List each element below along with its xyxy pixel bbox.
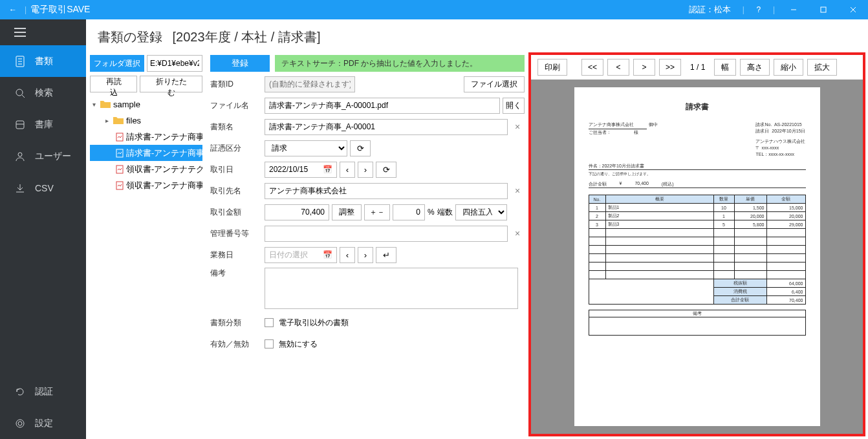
- label-remarks: 備考: [210, 268, 265, 279]
- label-partner: 取引先名: [210, 186, 265, 197]
- reload-date-button[interactable]: ⟳: [376, 162, 396, 178]
- menu-toggle[interactable]: [0, 19, 86, 45]
- plus-minus-button[interactable]: ＋－: [364, 204, 390, 220]
- file-select-button[interactable]: ファイル選択: [464, 76, 525, 92]
- form-panel: 登録 テキストサーチ：PDF から抽出した値を入力しました。 書類ID ファイル…: [206, 52, 528, 439]
- mgmt-no-input[interactable]: [265, 226, 508, 242]
- preview-body: 請求書 アンテナ商事株式会社 御中 ご担当者： 様 請求No. AS-20221…: [531, 80, 863, 434]
- auth-label: 認証：松本: [689, 4, 731, 16]
- doc-id-input: [265, 76, 355, 92]
- percent-label: %: [428, 208, 435, 217]
- preview-toolbar: 印刷 << < > >> 1 / 1 幅 高さ 縮小 拡大: [531, 55, 863, 80]
- date-next-button[interactable]: ›: [358, 162, 373, 178]
- rounding-select[interactable]: 四捨五入: [455, 204, 507, 220]
- work-date-input[interactable]: 日付の選択📅: [265, 247, 337, 263]
- next-page-button[interactable]: >: [633, 59, 655, 76]
- nav-documents[interactable]: 書類: [0, 45, 86, 77]
- open-button[interactable]: 開く: [503, 98, 525, 114]
- nav-settings[interactable]: 設定: [0, 407, 86, 439]
- svg-point-19: [16, 420, 24, 427]
- sidebar: 書類 検索 書庫 ユーザー CSV 認証 設定: [0, 19, 86, 439]
- svg-line-12: [22, 95, 25, 98]
- refresh-icon: [13, 387, 27, 397]
- doc-title: 請求書: [589, 102, 806, 112]
- nav-csv[interactable]: CSV: [0, 172, 86, 204]
- register-button[interactable]: 登録: [210, 55, 270, 72]
- invalid-checkbox[interactable]: [265, 339, 274, 348]
- nav-auth[interactable]: 認証: [0, 376, 86, 407]
- folder-select-button[interactable]: フォルダ選択: [90, 55, 144, 72]
- tree-file[interactable]: 請求書-アンテナ商事_A: [90, 145, 202, 161]
- partner-input[interactable]: [265, 183, 508, 199]
- adjust-button[interactable]: 調整: [332, 204, 362, 220]
- date-prev-button[interactable]: ‹: [340, 162, 355, 178]
- back-button[interactable]: ←: [5, 5, 21, 14]
- calendar-icon: 📅: [323, 250, 332, 259]
- search-icon: [13, 88, 27, 98]
- svg-point-15: [18, 153, 22, 156]
- percent-input[interactable]: [393, 204, 425, 220]
- tree-folder-root[interactable]: ▾ sample: [90, 96, 202, 112]
- date-prev-button[interactable]: ‹: [340, 247, 355, 263]
- zoom-in-button[interactable]: 拡大: [807, 59, 837, 76]
- folder-panel: フォルダ選択 再読込 折りたたむ ▾ sample ▸: [86, 52, 206, 439]
- maximize-button[interactable]: [808, 0, 838, 19]
- clear-icon[interactable]: ×: [510, 186, 525, 196]
- svg-point-11: [16, 89, 23, 96]
- doc-class-checkbox[interactable]: [265, 318, 274, 327]
- close-button[interactable]: [838, 0, 868, 19]
- tree-folder-child[interactable]: ▸ files: [90, 112, 202, 129]
- amount-input[interactable]: [265, 204, 329, 220]
- download-icon: [13, 183, 27, 193]
- tree-file[interactable]: 領収書-アンテナテクノロジ: [90, 161, 202, 177]
- label-doc-id: 書類ID: [210, 79, 265, 90]
- file-name-input[interactable]: [265, 98, 500, 114]
- round-label: 端数: [437, 207, 453, 218]
- trade-date-input[interactable]: 2022/10/15📅: [265, 162, 337, 178]
- fit-height-button[interactable]: 高さ: [740, 59, 770, 76]
- clear-icon[interactable]: ×: [510, 122, 525, 132]
- prev-page-button[interactable]: <: [607, 59, 629, 76]
- folder-path-input[interactable]: [147, 55, 202, 72]
- document-preview: 請求書 アンテナ商事株式会社 御中 ご担当者： 様 請求No. AS-20221…: [574, 87, 820, 426]
- help-button[interactable]: ?: [748, 5, 769, 14]
- invalid-checkbox-label: 無効にする: [279, 339, 318, 350]
- label-file-name: ファイル名: [210, 100, 265, 111]
- evidence-type-select[interactable]: 請求: [265, 140, 347, 156]
- label-trade-date: 取引日: [210, 164, 265, 175]
- remarks-textarea[interactable]: [265, 268, 518, 309]
- page-title: 書類の登録 [2023年度 / 本社 / 請求書]: [86, 19, 868, 52]
- collapse-button[interactable]: 折りたたむ: [140, 76, 202, 92]
- label-valid: 有効／無効: [210, 339, 265, 350]
- clear-icon[interactable]: ×: [510, 228, 525, 239]
- reload-button[interactable]: 再読込: [90, 76, 137, 92]
- doc-table: No. 概要 数量 単価 金額 1製品1101,50015,000 2製品212…: [589, 195, 806, 305]
- page-number: 1 / 1: [690, 63, 705, 72]
- nav-search[interactable]: 検索: [0, 77, 86, 109]
- tree-file[interactable]: 請求書-アンテナ商事2_A: [90, 129, 202, 145]
- label-mgmt-no: 管理番号等: [210, 228, 265, 239]
- fit-width-button[interactable]: 幅: [714, 59, 736, 76]
- nav-user[interactable]: ユーザー: [0, 140, 86, 172]
- last-page-button[interactable]: >>: [659, 59, 681, 76]
- titlebar: ← | 電子取引SAVE 認証：松本 | ? |: [0, 0, 868, 19]
- tree-file[interactable]: 領収書-アンテナ商事_A: [90, 177, 202, 193]
- date-next-button[interactable]: ›: [358, 247, 373, 263]
- label-evidence-type: 証憑区分: [210, 143, 265, 154]
- first-page-button[interactable]: <<: [581, 59, 603, 76]
- label-doc-name: 書類名: [210, 122, 265, 133]
- reload-evidence-button[interactable]: ⟳: [350, 140, 371, 156]
- preview-panel: 印刷 << < > >> 1 / 1 幅 高さ 縮小 拡大 請求書: [528, 52, 865, 436]
- svg-rect-13: [16, 121, 24, 129]
- nav-archive[interactable]: 書庫: [0, 109, 86, 140]
- return-button[interactable]: ↵: [376, 247, 396, 263]
- document-icon: [13, 56, 27, 67]
- print-button[interactable]: 印刷: [537, 59, 567, 76]
- doc-name-input[interactable]: [265, 119, 508, 135]
- zoom-out-button[interactable]: 縮小: [774, 59, 803, 76]
- minimize-button[interactable]: [779, 0, 808, 19]
- label-amount: 取引金額: [210, 207, 265, 218]
- svg-rect-1: [821, 7, 826, 12]
- label-work-date: 業務日: [210, 250, 265, 261]
- info-banner: テキストサーチ：PDF から抽出した値を入力しました。: [275, 55, 525, 72]
